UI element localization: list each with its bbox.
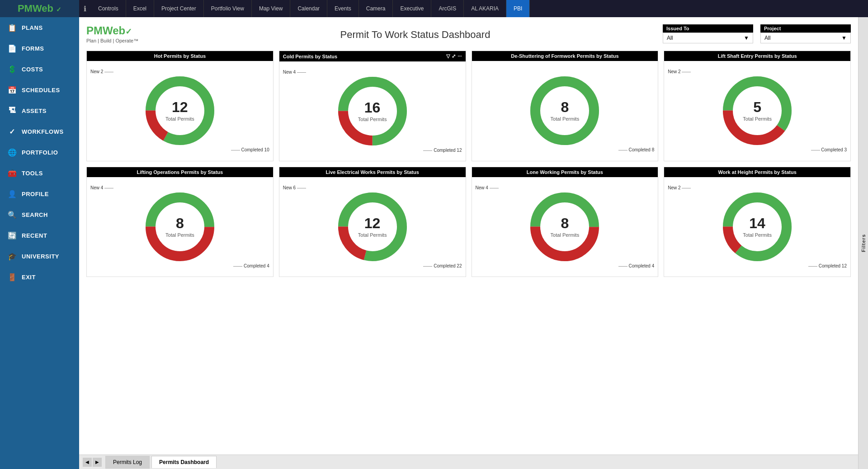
sidebar-item-assets[interactable]: 🏗 ASSETS [0,100,79,121]
chart-card-7: Work at Height Permits by Status New 2 1… [664,167,851,277]
expand-icon-1[interactable]: ⤢ [452,53,456,59]
donut-center-2: 8 Total Permits [551,100,580,122]
chart-body-1: New 4 16 Total Permits Completed 12 [279,61,466,161]
donut-wrapper-7: 14 Total Permits [721,191,793,263]
chart-body-5: New 6 12 Total Permits Completed 22 [279,177,466,277]
top-nav-tab-al-akaria[interactable]: AL AKARIA [464,0,506,17]
donut-number-2: 8 [551,100,580,114]
sidebar-item-forms[interactable]: 📄 FORMS [0,38,79,59]
top-nav-tab-executive[interactable]: Executive [393,0,431,17]
sidebar-label-workflows: WORKFLOWS [22,128,64,135]
sidebar-item-university[interactable]: 🎓 UNIVERSITY [0,246,79,267]
main-layout: 📋 PLANS 📄 FORMS 💲 COSTS 📅 SCHEDULES 🏗 AS… [0,17,868,469]
sidebar-icon-workflows: ✓ [7,127,17,136]
top-nav-tab-events[interactable]: Events [327,0,359,17]
sidebar-item-search[interactable]: 🔍 SEARCH [0,204,79,225]
donut-label-4: Total Permits [165,232,194,238]
project-label: Project [760,24,851,33]
sidebar-icon-costs: 💲 [7,64,17,74]
sidebar-icon-tools: 🧰 [7,168,17,178]
sidebar-item-costs[interactable]: 💲 COSTS [0,59,79,80]
donut-center-0: 12 Total Permits [165,100,194,122]
sidebar-icon-plans: 📋 [7,23,17,33]
completed-label-0: Completed 10 [231,147,269,152]
charts-grid-row1: Hot Permits by Status New 2 12 Total Per… [86,51,851,161]
top-nav-tab-controls[interactable]: Controls [91,0,126,17]
sidebar-label-assets: ASSETS [22,108,47,114]
top-nav-tab-project-center[interactable]: Project Center [154,0,204,17]
donut-number-4: 8 [165,216,194,230]
filters-label: Filters [861,234,866,252]
sidebar-icon-forms: 📄 [7,43,17,53]
donut-label-5: Total Permits [358,232,387,238]
top-nav-tab-calendar[interactable]: Calendar [290,0,327,17]
sidebar-item-profile[interactable]: 👤 PROFILE [0,183,79,204]
sidebar-label-schedules: SCHEDULES [22,87,60,94]
top-nav-tab-camera[interactable]: Camera [359,0,393,17]
filter-icon-1[interactable]: ▽ [446,53,450,59]
chart-body-0: New 2 12 Total Permits Completed 10 [87,61,273,160]
sidebar-item-exit[interactable]: 🚪 EXIT [0,267,79,287]
sidebar-label-university: UNIVERSITY [22,253,59,260]
sidebar-icon-assets: 🏗 [7,106,17,116]
chart-title-text-3: Lift Shaft Entry Permits by Status [718,53,797,59]
sidebar-label-costs: COSTS [22,66,43,73]
issued-to-select[interactable]: All ▼ [663,33,753,43]
sidebar-label-tools: TOOLS [22,170,43,177]
chart-title-4: Lifting Operations Permits by Status [87,167,273,177]
content-area: PMWeb✓ Plan | Build | Operate™ Permit To… [79,17,858,469]
completed-label-1: Completed 12 [423,148,462,153]
logo-text: PMWeb ✓ [18,3,61,14]
top-nav-tab-pbi[interactable]: PBI [506,0,530,17]
chart-body-2: 8 Total Permits Completed 8 [472,61,658,160]
chart-card-2: De-Shuttering of Formwork Permits by Sta… [472,51,659,161]
new-label-3: New 2 [668,69,691,74]
sidebar-label-profile: PROFILE [22,191,49,197]
sidebar-item-tools[interactable]: 🧰 TOOLS [0,163,79,183]
donut-center-4: 8 Total Permits [165,216,194,238]
issued-to-label: Issued To [663,24,753,33]
sidebar-label-search: SEARCH [22,211,48,218]
donut-number-3: 5 [743,100,772,114]
dashboard: PMWeb✓ Plan | Build | Operate™ Permit To… [79,17,858,455]
donut-wrapper-6: 8 Total Permits [528,191,601,263]
sidebar-item-recent[interactable]: 🔄 RECENT [0,225,79,246]
nav-left-arrow[interactable]: ◀ [83,458,92,467]
info-icon[interactable]: ℹ [84,5,86,13]
filters-panel[interactable]: Filters [858,17,868,469]
sidebar-item-portfolio[interactable]: 🌐 PORTFOLIO [0,142,79,163]
sidebar-label-plans: PLANS [22,24,43,31]
sidebar-item-workflows[interactable]: ✓ WORKFLOWS [0,121,79,142]
top-nav-tab-arcgis[interactable]: ArcGIS [431,0,464,17]
chart-title-5: Live Electrical Works Permits by Status [279,167,466,177]
sidebar-icon-search: 🔍 [7,210,17,220]
issued-to-filter: Issued To All ▼ [663,24,753,43]
sidebar-icon-schedules: 📅 [7,85,17,95]
dashboard-header: PMWeb✓ Plan | Build | Operate™ Permit To… [86,24,851,43]
donut-number-6: 8 [551,216,580,230]
more-icon-1[interactable]: ··· [458,53,462,59]
chart-title-text-5: Live Electrical Works Permits by Status [326,169,419,175]
chart-title-icons-1: ▽ ⤢ ··· [446,53,462,59]
pmweb-logo-title: PMWeb✓ [86,24,168,37]
top-nav-tab-excel[interactable]: Excel [126,0,154,17]
top-nav-tab-map-view[interactable]: Map View [252,0,290,17]
chart-body-4: New 4 8 Total Permits Completed 4 [87,177,273,277]
nav-right-arrow[interactable]: ▶ [93,458,102,467]
bottom-nav-arrows: ◀ ▶ [83,458,102,467]
sidebar-item-plans[interactable]: 📋 PLANS [0,17,79,38]
chart-title-7: Work at Height Permits by Status [664,167,850,177]
top-nav-tab-portfolio-view[interactable]: Portfolio View [204,0,252,17]
chart-card-6: Lone Working Permits by Status New 4 8 T… [472,167,659,277]
tab-permits-log[interactable]: Permits Log [105,456,150,469]
project-select[interactable]: All ▼ [760,33,851,43]
tab-permits-dashboard[interactable]: Permits Dashboard [151,456,217,468]
chart-body-7: New 2 14 Total Permits Completed 12 [664,177,850,277]
donut-wrapper-1: 16 Total Permits [336,75,409,147]
completed-label-6: Completed 4 [618,263,654,268]
sidebar-item-schedules[interactable]: 📅 SCHEDULES [0,80,79,100]
new-label-5: New 6 [283,185,306,190]
chart-title-6: Lone Working Permits by Status [472,167,658,177]
pmweb-logo: PMWeb✓ Plan | Build | Operate™ [86,24,168,43]
completed-label-5: Completed 22 [423,263,462,268]
